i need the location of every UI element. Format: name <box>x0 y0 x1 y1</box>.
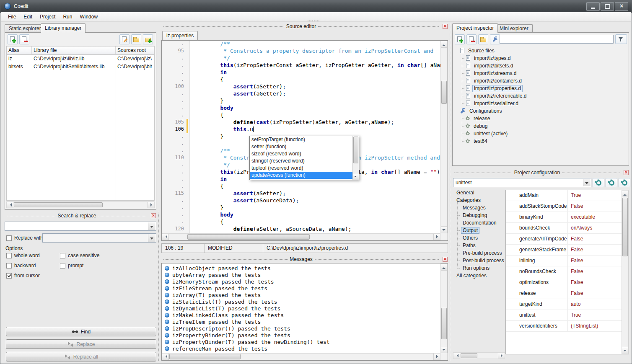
code-line[interactable]: assert(aSourceData); <box>191 197 440 204</box>
chevron-down-icon[interactable] <box>148 234 155 242</box>
message-item[interactable]: izArray(T) passed the tests <box>162 292 440 298</box>
scroll-down-button[interactable] <box>441 346 447 353</box>
code-line[interactable]: */ <box>191 55 440 62</box>
property-row[interactable]: targetKindauto <box>506 299 622 310</box>
category-categories[interactable]: Categories <box>453 196 505 204</box>
scroll-right-button[interactable] <box>498 353 505 359</box>
source-editor[interactable]: .95....100....105106...110....115....120… <box>161 40 448 241</box>
replace-all-button[interactable]: Replace all <box>6 352 156 361</box>
message-item[interactable]: izPropDescriptor(T) passed the tests <box>162 325 440 332</box>
code-line[interactable]: this.u <box>191 126 440 133</box>
column-header-alias[interactable]: Alias <box>7 46 32 55</box>
property-row[interactable]: versionIdentifiers(TStringList) <box>506 321 622 332</box>
column-header-library-file[interactable]: Library file <box>32 46 116 55</box>
scroll-right-button[interactable] <box>148 202 154 208</box>
code-line[interactable]: in <box>191 69 440 76</box>
edit-doc-button[interactable] <box>119 34 130 44</box>
message-item[interactable]: izFileStream passed the tests <box>162 285 440 292</box>
filter-input[interactable] <box>500 35 614 44</box>
property-row[interactable]: generateStackFrameFalse <box>506 245 622 256</box>
tree-node-release[interactable]: release <box>454 115 627 122</box>
tree-node-configurations[interactable]: Configurations <box>454 107 627 115</box>
category-documentation[interactable]: Documentation <box>453 219 505 227</box>
close-messages-panel-button[interactable] <box>443 257 448 262</box>
property-row[interactable]: noBoundsCheckFalse <box>506 266 622 277</box>
property-row[interactable]: addMainTrue <box>506 190 622 201</box>
close-search-panel-button[interactable] <box>151 213 156 218</box>
scroll-thumb[interactable] <box>14 202 103 207</box>
category-post-build-process[interactable]: Post-build process <box>453 257 505 264</box>
property-row[interactable]: binaryKindexecutable <box>506 212 622 223</box>
find-button[interactable]: Find <box>6 327 156 336</box>
message-item[interactable]: izDynamicList(T) passed the tests <box>162 305 440 312</box>
grid-vscrollbar[interactable] <box>622 190 629 354</box>
message-item[interactable]: izMemoryStream passed the tests <box>162 278 440 285</box>
code-line[interactable]: body <box>191 105 440 112</box>
scroll-thumb[interactable] <box>353 137 358 163</box>
completion-scrollbar[interactable] <box>352 136 359 180</box>
code-line[interactable]: { <box>191 76 440 83</box>
tree-node-unittest-active[interactable]: unittest (active) <box>454 130 627 137</box>
tab-mini-explorer[interactable]: Mini explorer <box>495 24 533 33</box>
completion-item[interactable]: tupleof (reserved word) <box>250 165 353 172</box>
completion-item[interactable]: setPropTarget (function) <box>250 136 353 143</box>
categories-hscrollbar[interactable] <box>453 352 505 359</box>
scroll-right-button[interactable] <box>433 354 440 360</box>
filter-button[interactable] <box>615 34 627 44</box>
completion-item[interactable]: setter (function) <box>250 143 353 150</box>
code-line[interactable]: assert(aSetter); <box>191 83 440 90</box>
tree-node-file[interactable]: import\iz\types.d <box>454 54 627 62</box>
tree-node-file[interactable]: import\iz\serializer.d <box>454 100 627 107</box>
open-folder-button[interactable] <box>478 34 488 44</box>
tree-node-test64[interactable]: test64 <box>454 137 627 145</box>
wrench-button[interactable] <box>490 34 500 44</box>
replace-term-combo[interactable] <box>42 233 156 243</box>
scroll-right-button[interactable] <box>433 234 440 240</box>
property-row[interactable]: optimizationsFalse <box>506 277 622 288</box>
message-item[interactable]: izPropertyBinder(T) passed the newBindin… <box>162 338 440 345</box>
library-hscrollbar[interactable] <box>6 201 155 208</box>
configuration-combo[interactable]: unittest <box>453 178 591 187</box>
open-folder-button[interactable] <box>131 34 141 44</box>
tree-node-file[interactable]: import\iz\streams.d <box>454 70 627 77</box>
code-line[interactable]: define(cast(izPropSetter)aSetter, aGette… <box>191 119 440 126</box>
code-line[interactable]: /** <box>191 41 440 48</box>
menu-project[interactable]: Project <box>36 12 59 21</box>
tree-node-source-files[interactable]: Source files <box>454 47 627 54</box>
message-item[interactable]: ubyteArray passed the tests <box>162 271 440 278</box>
code-line[interactable]: body <box>191 212 440 219</box>
scroll-thumb[interactable] <box>461 353 477 358</box>
vertical-splitter-right[interactable] <box>450 23 450 361</box>
dock-grip[interactable] <box>308 21 319 21</box>
code-line[interactable]: assert(aGetter); <box>191 90 440 98</box>
scroll-down-button[interactable] <box>622 347 628 354</box>
message-item[interactable]: izStaticList(T) passed the tests <box>162 298 440 305</box>
column-header-sources-root[interactable]: Sources root <box>116 46 154 55</box>
maximize-button[interactable] <box>601 2 614 11</box>
scroll-up-button[interactable] <box>441 41 447 48</box>
search-term-combo[interactable] <box>5 222 156 231</box>
code-line[interactable]: { <box>191 219 440 226</box>
property-row[interactable]: releaseFalse <box>506 288 622 299</box>
category-messages[interactable]: Messages <box>453 204 505 212</box>
tree-node-debug[interactable]: debug <box>454 122 627 130</box>
messages-vscrollbar[interactable] <box>440 263 448 353</box>
category-run-options[interactable]: Run options <box>453 264 505 272</box>
close-configuration-panel-button[interactable] <box>624 170 629 175</box>
property-row[interactable]: boundsCheckonAlways <box>506 223 622 234</box>
message-item[interactable]: izAllocObject passed the tests <box>162 265 440 271</box>
add-doc-button[interactable] <box>455 34 465 44</box>
code-line[interactable]: } <box>191 98 440 105</box>
replace-with-checkbox[interactable]: Replace with <box>6 235 43 241</box>
menu-file[interactable]: File <box>4 12 20 21</box>
tab-project-inspector[interactable]: Project inspector <box>452 23 498 33</box>
completion-item[interactable]: sizeof (reserved word) <box>250 150 353 157</box>
add-doc-button[interactable] <box>8 34 18 44</box>
message-item[interactable]: izMakeLinkedClass passed the tests <box>162 312 440 318</box>
tab-static-explorer[interactable]: Static explorer <box>5 24 45 33</box>
close-button[interactable] <box>615 2 628 11</box>
code-line[interactable]: { <box>191 183 440 190</box>
code-line[interactable]: } <box>191 204 440 212</box>
tree-node-file[interactable]: import\iz\referencable.d <box>454 92 627 100</box>
gear-button[interactable] <box>593 178 604 187</box>
